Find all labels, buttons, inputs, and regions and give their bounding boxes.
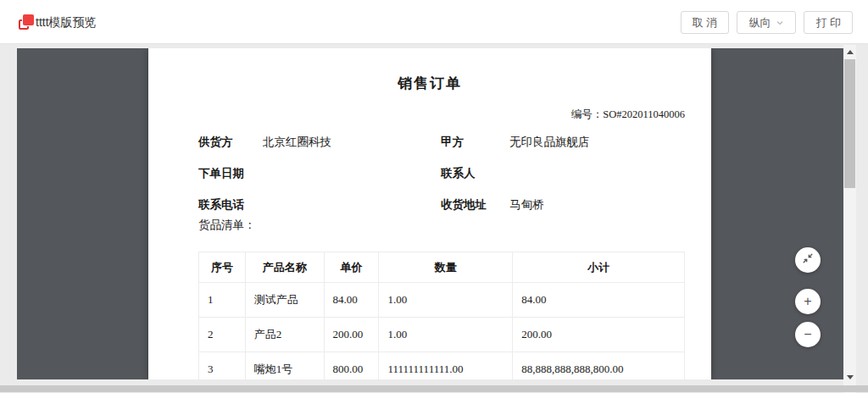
cell-subtotal: 84.00 (513, 283, 685, 318)
zoom-out-button[interactable]: − (795, 322, 821, 347)
col-header-product: 产品名称 (245, 252, 324, 283)
table-row: 1 测试产品 84.00 1.00 84.00 (199, 283, 685, 318)
page-title: tttt模版预览 (36, 0, 97, 44)
order-number-label: 编号： (571, 108, 604, 120)
cell-price: 800.00 (324, 352, 379, 380)
cell-product: 嘴炮1号 (245, 352, 324, 380)
document-title: 销售订单 (148, 74, 711, 93)
field-label-address: 收货地址 (441, 197, 487, 213)
preview-workspace: 销售订单 编号：SO#202011040006 供货方 北京红圈科技 甲方 无印… (0, 44, 868, 393)
arrow-down-icon (847, 375, 854, 379)
field-label-party-a: 甲方 (441, 135, 464, 150)
fit-to-screen-button[interactable] (795, 247, 821, 273)
order-number-value: SO#202011040006 (603, 108, 685, 120)
items-table: 序号 产品名称 单价 数量 小计 1 测试产品 84.00 1.00 84.00 (198, 252, 685, 379)
col-header-qty: 数量 (379, 252, 513, 283)
cell-qty: 1.00 (379, 318, 513, 352)
vertical-scrollbar-thumb[interactable] (844, 59, 855, 188)
preview-canvas[interactable]: 销售订单 编号：SO#202011040006 供货方 北京红圈科技 甲方 无印… (17, 48, 843, 379)
cell-subtotal: 88,888,888,888,800.00 (513, 352, 685, 380)
cell-index: 2 (199, 318, 246, 352)
order-fields: 供货方 北京红圈科技 甲方 无印良品旗舰店 下单日期 联系人 联系电话 收货地址… (198, 135, 686, 229)
table-row: 2 产品2 200.00 1.00 200.00 (199, 318, 685, 352)
field-value-party-a: 无印良品旗舰店 (509, 135, 590, 150)
app-logo-icon (19, 14, 34, 30)
cell-price: 200.00 (324, 318, 379, 352)
field-row: 下单日期 联系人 (198, 166, 686, 197)
field-value-address: 马甸桥 (509, 197, 544, 213)
cell-index: 1 (199, 283, 246, 318)
field-label-phone: 联系电话 (198, 197, 244, 213)
field-label-order-date: 下单日期 (198, 166, 244, 181)
document-page: 销售订单 编号：SO#202011040006 供货方 北京红圈科技 甲方 无印… (148, 48, 711, 379)
header-bar: tttt模版预览 取 消 纵向 打 印 (0, 0, 868, 44)
header-actions: 取 消 纵向 打 印 (681, 11, 853, 34)
arrow-up-icon (847, 50, 854, 54)
zoom-in-button[interactable]: + (795, 289, 821, 314)
plus-icon: + (804, 294, 811, 309)
field-row: 供货方 北京红圈科技 甲方 无印良品旗舰店 (198, 135, 686, 166)
scroll-down-button[interactable] (843, 370, 856, 384)
table-header-row: 序号 产品名称 单价 数量 小计 (199, 252, 685, 283)
minus-icon: − (804, 327, 811, 342)
orientation-dropdown[interactable]: 纵向 (737, 11, 796, 34)
field-value-supplier: 北京红圈科技 (263, 135, 331, 150)
logo-front-layer (23, 14, 34, 25)
chevron-down-icon (776, 19, 784, 27)
orientation-label: 纵向 (748, 15, 771, 30)
cancel-button[interactable]: 取 消 (681, 11, 730, 34)
scroll-up-button[interactable] (843, 45, 856, 58)
table-row: 3 嘴炮1号 800.00 111111111111.00 88,888,888… (199, 352, 685, 380)
vertical-scrollbar[interactable] (843, 45, 856, 393)
goods-list-label: 货品清单： (198, 218, 256, 233)
col-header-price: 单价 (324, 252, 379, 283)
col-header-subtotal: 小计 (513, 252, 685, 283)
horizontal-scrollbar-thumb[interactable] (0, 385, 868, 392)
field-label-supplier: 供货方 (198, 135, 233, 150)
compress-icon (802, 252, 814, 268)
print-button[interactable]: 打 印 (804, 11, 853, 34)
cell-subtotal: 200.00 (513, 318, 685, 352)
cell-qty: 1.00 (379, 283, 513, 318)
field-row: 联系电话 收货地址 马甸桥 (198, 197, 686, 229)
field-label-contact: 联系人 (441, 166, 476, 181)
cell-product: 产品2 (245, 318, 324, 352)
order-number: 编号：SO#202011040006 (571, 108, 685, 122)
cell-product: 测试产品 (245, 283, 324, 318)
col-header-index: 序号 (199, 252, 246, 283)
cell-qty: 111111111111.00 (379, 352, 513, 380)
cell-index: 3 (199, 352, 246, 380)
cell-price: 84.00 (324, 283, 379, 318)
